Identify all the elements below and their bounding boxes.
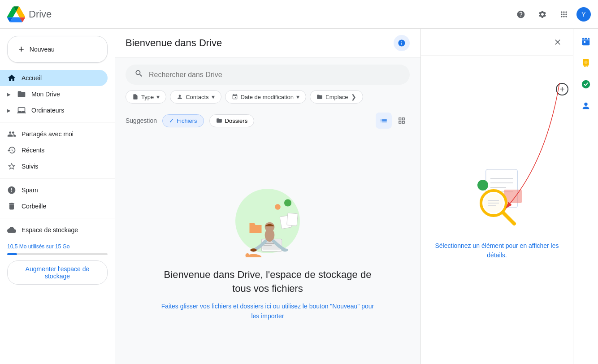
nav-separator-1 [0,122,115,122]
svg-point-15 [275,204,281,210]
sidebar: + Nouveau Accueil ▶ Mon Drive ▶ Ordinate… [0,29,115,364]
home-icon [7,74,16,82]
sidebar-item-stockage[interactable]: Espace de stockage [0,222,108,238]
info-button[interactable] [394,35,410,51]
svg-rect-33 [582,38,589,46]
main-layout: + Nouveau Accueil ▶ Mon Drive ▶ Ordinate… [0,29,598,364]
filter-contacts-label: Contacts [186,94,208,100]
spam-icon [7,186,16,195]
storage-limit: 15 Go [55,243,70,250]
settings-button[interactable] [533,5,551,23]
expand-icon-ordinateurs: ▶ [7,108,11,113]
upgrade-button[interactable]: Augmenter l'espace de stockage [7,260,108,285]
search-icon [134,69,143,80]
sidebar-item-mon-drive[interactable]: ▶ Mon Drive [0,86,108,102]
sidebar-item-stockage-label: Espace de stockage [22,226,78,234]
sidebar-item-partages-label: Partagés avec moi [22,130,74,138]
suggestion-dossiers-button[interactable]: Dossiers [209,114,255,127]
search-bar [126,65,410,85]
fichiers-check-icon: ✓ [169,117,174,124]
add-annotation: + [556,83,568,95]
sidebar-item-accueil-label: Accueil [22,74,42,82]
svg-rect-14 [287,213,298,226]
topbar: Drive Y [0,0,598,29]
panel-illustration [461,160,533,232]
sidebar-item-corbeille-label: Corbeille [22,203,46,210]
help-button[interactable] [512,5,530,23]
storage-text: 10,5 Mo utilisés sur 15 Go [7,243,108,250]
sidebar-item-accueil[interactable]: Accueil [0,70,108,86]
suggestion-left: Suggestion ✓ Fichiers Dossiers [126,114,254,127]
shared-icon [7,130,16,139]
panel-info-text: Sélectionnez un élément pour en afficher… [432,241,562,260]
filter-type-button[interactable]: Type ▾ [126,90,166,104]
list-view-button[interactable] [376,113,392,129]
sidebar-contacts-icon[interactable] [577,97,595,115]
right-panel-header [421,29,573,56]
add-button-indicator: + [556,83,568,95]
drive-logo-icon [7,5,25,23]
sidebar-item-corbeille[interactable]: Corbeille [0,198,108,214]
grid-view-button[interactable] [394,113,410,129]
svg-line-31 [503,212,514,224]
svg-point-8 [265,222,275,232]
topbar-actions: Y [512,5,591,23]
view-toggle [376,113,410,129]
sidebar-item-recents-label: Récents [22,147,44,154]
filter-contacts-button[interactable]: Contacts ▾ [170,90,221,104]
filter-location-chevron: ❯ [351,93,356,100]
page-title: Bienvenue dans Drive [126,37,222,49]
filter-date-label: Date de modification [241,94,294,100]
new-plus-icon: + [18,43,24,55]
sidebar-calendar-icon[interactable] [577,32,595,50]
sidebar-item-mon-drive-label: Mon Drive [31,91,60,98]
new-button[interactable]: + Nouveau [7,36,108,63]
svg-point-16 [284,199,291,207]
sidebar-item-ordinateurs[interactable]: ▶ Ordinateurs [0,102,108,118]
filter-type-chevron: ▾ [156,93,160,100]
svg-point-39 [581,80,589,88]
user-avatar[interactable]: Y [576,7,591,22]
svg-point-25 [477,180,488,191]
filters-container: Type ▾ Contacts ▾ Date de modification ▾… [115,85,420,109]
apps-button[interactable] [555,5,573,23]
storage-bar [7,253,108,255]
suggestion-row: Suggestion ✓ Fichiers Dossiers [115,109,420,134]
suggestion-fichiers-button[interactable]: ✓ Fichiers [162,114,204,127]
close-panel-button[interactable] [550,34,566,50]
empty-subtitle: Faites glisser vos fichiers et dossiers … [160,301,375,321]
sidebar-item-recents[interactable]: Récents [0,142,108,158]
nav-separator-2 [0,178,115,178]
search-container [115,57,420,85]
storage-bar-fill [7,253,17,255]
suggestion-dossiers-label: Dossiers [225,117,248,124]
filter-date-chevron: ▾ [296,93,299,100]
storage-icon [7,225,16,234]
sidebar-tasks-icon[interactable] [577,75,595,93]
svg-point-9 [250,249,256,252]
nav-separator-3 [0,218,115,218]
storage-section: 10,5 Mo utilisés sur 15 Go Augmenter l'e… [0,238,115,290]
filter-date-button[interactable]: Date de modification ▾ [225,90,307,104]
folder-icon [17,90,26,99]
content-header: Bienvenue dans Drive [115,29,420,57]
sidebar-item-spam[interactable]: Spam [0,182,108,198]
app-title: Drive [29,9,52,20]
suggestion-fichiers-label: Fichiers [177,117,197,124]
filter-location-button[interactable]: Emplace ❯ [310,90,363,104]
sidebar-keep-icon[interactable] [577,54,595,72]
sidebar-item-partages[interactable]: Partagés avec moi [0,126,108,142]
search-input[interactable] [149,71,401,79]
star-icon [7,162,16,171]
sidebar-item-suivis[interactable]: Suivis [0,158,108,174]
empty-illustration [223,177,312,257]
content-area: Bienvenue dans Drive Type ▾ Co [115,29,420,364]
right-panel-body: + Sélectionnez un élément pour en affich… [421,56,573,364]
storage-used: 10,5 Mo utilisés sur [7,243,53,250]
trash-icon [7,202,16,211]
empty-title: Bienvenue dans Drive, l'espace de stocka… [160,268,375,296]
svg-point-40 [584,103,587,106]
sidebar-item-suivis-label: Suivis [22,163,38,170]
right-sidebar [573,29,598,364]
filter-contacts-chevron: ▾ [212,93,215,100]
